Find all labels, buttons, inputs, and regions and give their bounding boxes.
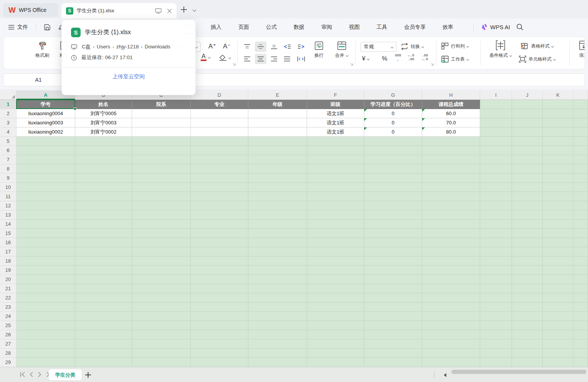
cell-H15[interactable] [422,229,480,238]
menu-tab-审阅[interactable]: 审阅 [313,18,340,36]
cell-C28[interactable] [132,349,191,358]
row-header-5[interactable]: 5 [0,137,17,146]
cell-G27[interactable] [364,339,422,349]
column-header-D[interactable]: D [191,91,248,100]
cell-H28[interactable] [422,349,480,358]
cell-J26[interactable] [512,330,543,339]
cell-K10[interactable] [543,183,573,192]
cell-15[interactable] [573,229,588,238]
cell-I25[interactable] [480,321,512,330]
cell-18[interactable] [573,256,588,266]
cell-I20[interactable] [480,275,512,284]
cell-I26[interactable] [480,330,512,339]
cell-B4[interactable]: 刘宵宁0002 [75,127,132,137]
cell-J12[interactable] [512,201,543,210]
cell-A8[interactable] [17,164,75,174]
cell-J2[interactable] [512,109,543,118]
column-header-K[interactable]: K [543,91,573,100]
cell-G24[interactable] [364,312,422,321]
cell-F24[interactable] [307,312,364,321]
cell-B14[interactable] [75,220,132,229]
row-header-4[interactable]: 4 [0,127,17,137]
cell-G23[interactable] [364,303,422,312]
file-path-breadcrumb[interactable]: C盘›Users›zhjy-1218›Downloads [82,43,170,50]
align-right-button[interactable] [268,54,280,64]
cell-E19[interactable] [248,266,307,275]
column-header-H[interactable]: H [422,91,480,100]
row-header-16[interactable]: 16 [0,238,17,247]
cell-F11[interactable] [307,192,364,201]
cell-style-button[interactable]: 单元格样式 [519,55,555,63]
cell-C29[interactable] [132,358,191,367]
cell-G18[interactable] [364,256,422,266]
tab-list-chevron-icon[interactable] [193,8,197,12]
cell-H11[interactable] [422,192,480,201]
cell-A27[interactable] [17,339,75,349]
row-header-9[interactable]: 9 [0,174,17,183]
cell-I16[interactable] [480,238,512,247]
row-header-24[interactable]: 24 [0,312,17,321]
cell-E17[interactable] [248,247,307,256]
cell-H26[interactable] [422,330,480,339]
cell-G28[interactable] [364,349,422,358]
cell-B21[interactable] [75,284,132,293]
cell-K14[interactable] [543,220,573,229]
cell-F2[interactable]: 语文1班 [307,109,364,118]
cell-G9[interactable] [364,174,422,183]
align-top-button[interactable] [241,41,253,52]
menu-tab-会员专享[interactable]: 会员专享 [396,18,434,36]
increase-indent-button[interactable] [295,41,307,52]
path-segment[interactable]: zhjy-1218 [116,44,139,50]
cell-K3[interactable] [543,118,573,127]
cell-K9[interactable] [543,174,573,183]
cell-I12[interactable] [480,201,512,210]
cell-A25[interactable] [17,321,75,330]
path-segment[interactable]: Downloads [145,44,170,50]
table-style-button[interactable]: 表格样式 [521,42,553,50]
align-middle-button[interactable] [255,41,266,52]
cell-J28[interactable] [512,349,543,358]
cell-H1[interactable]: 课程总成绩 [422,100,480,109]
cell-F13[interactable] [307,210,364,220]
next-sheet-icon[interactable] [38,372,42,377]
cell-B22[interactable] [75,293,132,303]
cell-C6[interactable] [132,146,191,155]
cell-J17[interactable] [512,247,543,256]
cell-H9[interactable] [422,174,480,183]
cell-3[interactable] [573,118,588,127]
cell-D5[interactable] [191,137,248,146]
column-header-G[interactable]: G [364,91,422,100]
cell-B16[interactable] [75,238,132,247]
cell-23[interactable] [573,303,588,312]
cell-J15[interactable] [512,229,543,238]
cell-J24[interactable] [512,312,543,321]
cell-B12[interactable] [75,201,132,210]
cell-K27[interactable] [543,339,573,349]
cell-J14[interactable] [512,220,543,229]
align-center-button[interactable] [255,54,266,64]
cell-D23[interactable] [191,303,248,312]
cell-K2[interactable] [543,109,573,118]
cell-A22[interactable] [17,293,75,303]
row-header-2[interactable]: 2 [0,109,17,118]
cell-I5[interactable] [480,137,512,146]
cell-B3[interactable]: 刘宵宁0003 [75,118,132,127]
cell-B26[interactable] [75,330,132,339]
cell-J25[interactable] [512,321,543,330]
decrease-decimal-button[interactable]: .00→.0 [422,54,428,61]
path-segment[interactable]: C盘 [82,44,91,50]
cell-B20[interactable] [75,275,132,284]
cell-A29[interactable] [17,358,75,367]
cell-F23[interactable] [307,303,364,312]
cell-E24[interactable] [248,312,307,321]
cell-B19[interactable] [75,266,132,275]
column-header-J[interactable]: J [512,91,543,100]
cell-G10[interactable] [364,183,422,192]
cell-F4[interactable]: 语文1班 [307,127,364,137]
cell-J3[interactable] [512,118,543,127]
save-icon[interactable] [44,24,51,31]
cell-D16[interactable] [191,238,248,247]
first-sheet-icon[interactable] [20,372,26,377]
cell-8[interactable] [573,164,588,174]
cell-J22[interactable] [512,293,543,303]
